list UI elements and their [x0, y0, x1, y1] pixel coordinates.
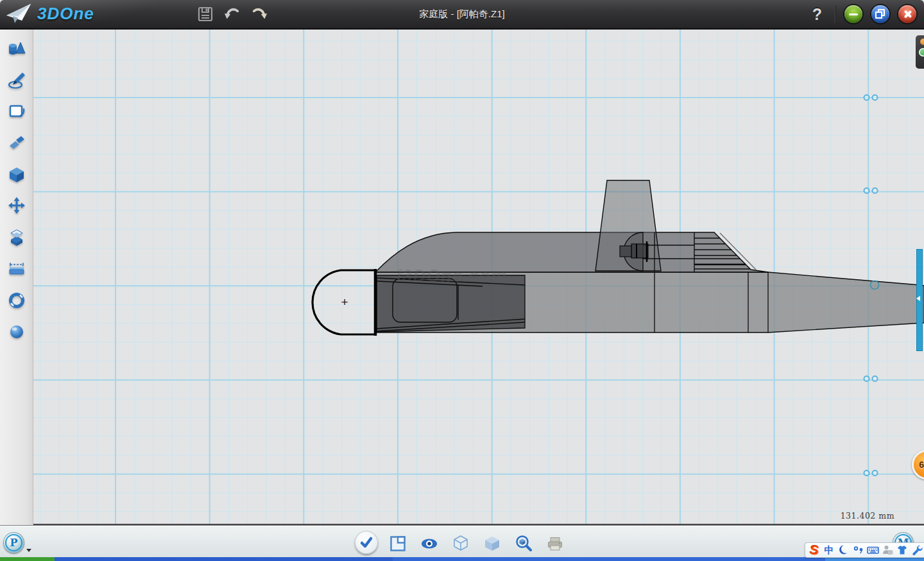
- zoom-view-button[interactable]: [514, 534, 533, 553]
- sketch-shape-icon: [7, 102, 26, 121]
- plane-mode-letter: P: [10, 537, 17, 549]
- plane-mode-badge[interactable]: P: [3, 532, 24, 553]
- material-sphere-icon: [7, 322, 26, 341]
- tool-sketch-button[interactable]: [6, 69, 28, 91]
- confirm-check-icon: [357, 533, 376, 552]
- wireframe-cube-icon: [451, 534, 470, 553]
- shaded-view-button[interactable]: [483, 534, 502, 553]
- paper-plane-icon: [5, 1, 33, 26]
- grid-ruler-mark: [864, 375, 880, 382]
- punctuation-icon[interactable]: [852, 544, 864, 557]
- sketch-draw-icon: [7, 71, 26, 90]
- save-button[interactable]: [197, 5, 214, 23]
- grid-ruler-mark: [864, 187, 880, 194]
- print-icon: [545, 534, 565, 553]
- tool-ring-button[interactable]: [6, 289, 28, 311]
- tool-combine-button[interactable]: [6, 227, 28, 248]
- tab-orange-icon: [920, 39, 924, 45]
- window-title: 家庭版 - [阿帕奇.Z1]: [0, 8, 924, 21]
- section-bar-icon: [7, 259, 26, 279]
- view-toolbar: [357, 533, 565, 554]
- save-icon: [197, 6, 214, 22]
- sogou-logo-icon[interactable]: S: [809, 544, 821, 557]
- toolbox-wrench-icon[interactable]: [911, 544, 923, 557]
- minimize-button[interactable]: [844, 5, 862, 23]
- grid-scale-label: 131.402 mm: [841, 511, 894, 521]
- ring-icon: [7, 291, 26, 310]
- tool-section-button[interactable]: [6, 258, 28, 280]
- quick-actions: [197, 5, 268, 23]
- redo-button[interactable]: [251, 5, 268, 23]
- titlebar-separator: [835, 5, 835, 23]
- collapsed-toolbar-tab[interactable]: [916, 35, 924, 69]
- os-taskbar[interactable]: [0, 557, 924, 561]
- chinese-mode-icon[interactable]: 中: [823, 544, 835, 557]
- soft-keyboard-icon[interactable]: [867, 544, 879, 557]
- tool-material-button[interactable]: [6, 321, 28, 343]
- drawing-canvas[interactable]: + i3DOne.com 131.402 mm 64: [33, 30, 924, 525]
- move-icon: [7, 196, 26, 216]
- wireframe-view-button[interactable]: [451, 534, 470, 553]
- viewport-layout-button[interactable]: [388, 534, 407, 553]
- app-logo: 3DOne: [5, 1, 94, 26]
- print-button: [545, 534, 565, 553]
- zoom-magnifier-icon: [514, 534, 533, 553]
- restore-button[interactable]: [871, 5, 889, 23]
- close-button[interactable]: [898, 5, 916, 23]
- login-person-icon[interactable]: [882, 544, 894, 557]
- title-bar: 3DOne: [0, 0, 924, 30]
- notification-count: 64: [919, 460, 924, 470]
- combine-icon: [7, 228, 26, 247]
- left-toolbar: [0, 30, 33, 525]
- grid-ruler-mark: [864, 470, 880, 476]
- solids-icon: [7, 39, 26, 58]
- tool-trim-button[interactable]: [6, 132, 28, 154]
- plane-mode-caret[interactable]: [26, 549, 31, 552]
- undo-icon: [224, 6, 241, 22]
- visibility-button[interactable]: [420, 534, 439, 553]
- brand-text: 3DOne: [37, 4, 94, 24]
- collapsed-panel-handle[interactable]: [916, 249, 923, 351]
- sketch-center-mark: +: [341, 295, 348, 309]
- ime-toolbar: S 中: [805, 542, 924, 558]
- confirm-view-button[interactable]: [355, 531, 378, 554]
- tab-green-icon: [919, 48, 924, 56]
- undo-button[interactable]: [224, 5, 241, 23]
- restore-icon: [871, 5, 889, 23]
- tool-solids-button[interactable]: [6, 38, 28, 60]
- visibility-eye-icon: [420, 534, 439, 553]
- redo-icon: [251, 6, 268, 22]
- status-bar: P: [0, 525, 924, 557]
- tool-feature-button[interactable]: [6, 164, 28, 186]
- viewport-layout-icon: [388, 534, 407, 553]
- tool-sketch-shape-button[interactable]: [6, 101, 28, 123]
- trim-eraser-icon: [7, 134, 26, 153]
- feature-cube-icon: [7, 165, 26, 184]
- close-icon: [898, 5, 916, 23]
- tool-move-button[interactable]: [6, 195, 28, 217]
- help-button[interactable]: ?: [812, 4, 822, 24]
- model-viewport[interactable]: +: [33, 30, 924, 525]
- minimize-icon: [849, 13, 858, 16]
- fullwidth-moon-icon[interactable]: [837, 544, 850, 557]
- grid-ruler-mark: [864, 94, 880, 101]
- application-window: 3DOne: [0, 0, 924, 561]
- window-controls: ?: [812, 4, 916, 24]
- shaded-cube-icon: [483, 534, 502, 553]
- skin-shirt-icon[interactable]: [896, 544, 909, 557]
